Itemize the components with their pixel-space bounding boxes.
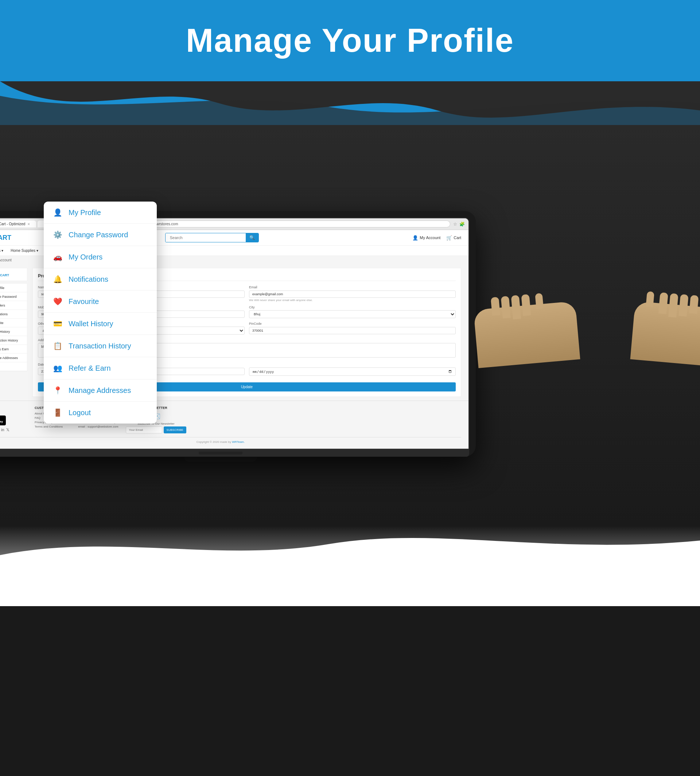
browser-icons: ☆ 🧩 xyxy=(453,221,465,227)
floating-manage-addresses-icon: 📍 xyxy=(52,386,63,395)
logo-text: eCART xyxy=(0,234,11,241)
floating-logout-label: Logout xyxy=(68,409,91,417)
floating-wallet-history-label: Wallet History xyxy=(68,320,113,328)
logo-cart-text: CART xyxy=(0,234,11,241)
sidebar-item-my-profile[interactable]: 👤My Profile xyxy=(0,283,27,292)
hero-wave xyxy=(0,81,700,125)
floating-change-password-icon: ⚙️ xyxy=(52,230,63,239)
browser-tab-ecart[interactable]: eCart - Optimized ✕ xyxy=(0,220,36,227)
cart-label: Cart xyxy=(453,235,461,240)
sidebar-item-transaction-history[interactable]: 📋Transaction History xyxy=(0,336,27,345)
search-input[interactable] xyxy=(165,233,246,242)
floating-my-profile[interactable]: 👤My Profile xyxy=(44,201,157,224)
city-select[interactable]: Bhuj xyxy=(249,310,456,318)
floating-notifications-label: Notifications xyxy=(68,275,108,283)
floating-my-profile-label: My Profile xyxy=(68,208,101,217)
play-text: Get it onGoogle Play xyxy=(0,417,3,423)
bottom-wave xyxy=(0,526,700,570)
floating-wallet-history[interactable]: 💳Wallet History xyxy=(44,313,157,335)
refer-earn-label: Refer & Earn xyxy=(0,347,9,351)
my-orders-label: My Orders xyxy=(0,304,5,307)
floating-manage-addresses[interactable]: 📍Manage Addresses xyxy=(44,380,157,402)
sidebar-item-my-orders[interactable]: 🚗My Orders xyxy=(0,301,27,310)
my-profile-label: My Profile xyxy=(0,286,4,290)
linkedin-icon[interactable]: in xyxy=(1,428,4,432)
floating-favourite-label: Favourite xyxy=(68,297,99,306)
search-bar[interactable]: 🔍 xyxy=(165,233,259,242)
floating-my-orders[interactable]: 🚗My Orders xyxy=(44,246,157,268)
footer-brand: eCART ▶ Get it onGoogle Play 📷 xyxy=(0,406,27,433)
wallet-history-label: Wallet History xyxy=(0,330,10,333)
twitter-icon[interactable]: 𝕏 xyxy=(6,428,10,432)
floating-my-profile-icon: 👤 xyxy=(52,208,63,217)
floating-my-orders-icon: 🚗 xyxy=(52,253,63,261)
account-icon: 👤 xyxy=(412,235,418,241)
url-bar[interactable]: ecart.wrstores.com xyxy=(143,220,450,227)
sidebar-logo: eCART xyxy=(0,268,27,281)
sidebar-item-notifications[interactable]: 🔔Notifications xyxy=(0,310,27,318)
footer-brand-logo: eCART xyxy=(0,406,27,413)
laptop-base xyxy=(0,450,469,457)
site-logo: 🛒 eCART xyxy=(0,234,11,241)
sidebar-item-refer-earn[interactable]: 👥Refer & Earn xyxy=(0,345,27,353)
dob-date-input[interactable] xyxy=(249,367,456,376)
left-hand xyxy=(476,305,578,364)
social-icons: 📷 📱 G+ in 𝕏 xyxy=(0,428,27,432)
floating-logout[interactable]: 🚪Logout xyxy=(44,402,157,423)
my-account-button[interactable]: 👤 My Account xyxy=(412,235,440,241)
tab-close-icon[interactable]: ✕ xyxy=(27,222,30,226)
floating-refer-earn[interactable]: 👥Refer & Earn xyxy=(44,357,157,380)
bookmark-icon[interactable]: ☆ xyxy=(453,221,457,227)
floating-transaction-history[interactable]: 📋Transaction History xyxy=(44,335,157,357)
form-group-city: City Bhuj xyxy=(249,305,456,318)
form-group-dob-picker xyxy=(249,363,456,376)
floating-refer-earn-label: Refer & Earn xyxy=(68,364,111,373)
form-group-pincode: PinCode xyxy=(249,322,456,335)
newsletter-form: SUBSCRIBE xyxy=(126,426,186,433)
footer-terms[interactable]: Terms and Conditions xyxy=(35,425,71,428)
laptop-stand xyxy=(184,457,257,462)
nav-item[interactable]: Baby Needs ▾ xyxy=(0,248,4,254)
floating-wallet-history-icon: 💳 xyxy=(52,319,63,328)
google-play-badge[interactable]: ▶ Get it onGoogle Play xyxy=(0,416,6,425)
footer-bottom: Copyright © 2020 made by WRTeam. xyxy=(0,437,461,444)
account-label: My Account xyxy=(420,235,440,240)
extensions-icon[interactable]: 🧩 xyxy=(459,221,465,227)
sidebar-item-manage-addresses[interactable]: 📍Manage Addresses xyxy=(0,353,27,362)
floating-sidebar: 👤My Profile⚙️Change Password🚗My Orders🔔N… xyxy=(44,201,157,423)
sidebar-menu: 👤My Profile⚙️Change Password🚗My Orders🔔N… xyxy=(0,283,27,371)
sidebar-item-change-password[interactable]: ⚙️Change Password xyxy=(0,292,27,301)
newsletter-email-input[interactable] xyxy=(126,426,162,433)
laptop-hinge xyxy=(199,451,242,455)
floating-change-password-label: Change Password xyxy=(68,231,128,239)
sidebar-item-favourite[interactable]: ❤️Favourite xyxy=(0,318,27,327)
cart-button[interactable]: 🛒 Cart xyxy=(446,235,461,241)
hero-section: Manage Your Profile xyxy=(0,0,700,125)
newsletter-subscribe-button[interactable]: SUBSCRIBE xyxy=(164,426,186,433)
right-hand xyxy=(633,305,700,364)
copyright-text: Copyright © 2020 made by xyxy=(197,440,231,444)
bottom-white xyxy=(0,570,700,606)
dob-picker-label xyxy=(249,363,456,366)
floating-my-orders-label: My Orders xyxy=(68,253,102,261)
manage-addresses-label: Manage Addresses xyxy=(0,356,18,360)
change-password-label: Change Password xyxy=(0,295,17,298)
transaction-history-label: Transaction History xyxy=(0,339,18,342)
floating-change-password[interactable]: ⚙️Change Password xyxy=(44,224,157,246)
floating-notifications[interactable]: 🔔Notifications xyxy=(44,268,157,290)
email-input[interactable] xyxy=(249,290,456,298)
header-actions: 👤 My Account 🛒 Cart xyxy=(412,235,461,241)
floating-favourite[interactable]: ❤️Favourite xyxy=(44,290,157,313)
pincode-input[interactable] xyxy=(249,327,456,334)
sidebar-item-wallet-history[interactable]: 💳Wallet History xyxy=(0,327,27,336)
hands-container xyxy=(476,305,700,364)
page-wrapper: Manage Your Profile 👤My Profile⚙️Change … xyxy=(0,0,700,606)
sidebar-item-logout[interactable]: 🚪Logout xyxy=(0,362,27,371)
nav-item[interactable]: Home Supplies ▾ xyxy=(10,248,39,254)
floating-transaction-history-icon: 📋 xyxy=(52,341,63,350)
search-button[interactable]: 🔍 xyxy=(246,233,258,242)
copyright-link[interactable]: WRTeam. xyxy=(232,440,245,444)
floating-refer-earn-icon: 👥 xyxy=(52,364,63,373)
hero-title: Manage Your Profile xyxy=(0,22,700,81)
laptop-section: 👤My Profile⚙️Change Password🚗My Orders🔔N… xyxy=(0,125,700,526)
